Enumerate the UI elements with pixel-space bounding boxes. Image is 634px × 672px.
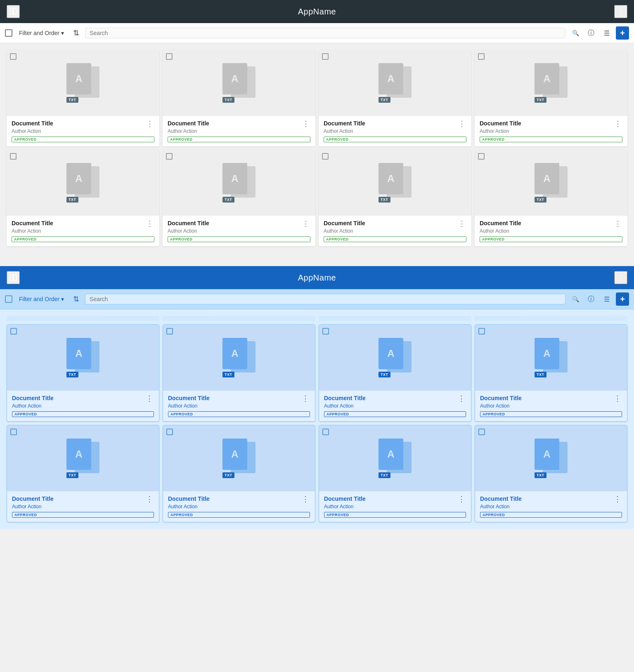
- document-card[interactable]: ATXTDocument Title⋮Author ActionAPPROVED: [319, 324, 471, 422]
- card-menu-button[interactable]: ⋮: [613, 220, 622, 227]
- card-checkbox[interactable]: [322, 429, 329, 435]
- status-badge: APPROVED: [12, 512, 154, 518]
- document-card[interactable]: ATXTDocument Title⋮Author ActionAPPROVED: [7, 425, 159, 522]
- document-card[interactable]: ATXTDocument Title⋮Author ActionAPPROVED: [319, 425, 471, 522]
- doc-page-front: A: [222, 63, 247, 94]
- select-all-checkbox-blue[interactable]: [5, 295, 12, 303]
- status-badge: APPROVED: [168, 411, 310, 417]
- card-checkbox[interactable]: [166, 153, 173, 160]
- card-checkbox[interactable]: [478, 153, 485, 160]
- card-checkbox[interactable]: [10, 328, 17, 335]
- add-button-blue[interactable]: [616, 292, 629, 306]
- card-menu-button[interactable]: ⋮: [145, 220, 154, 227]
- sidebar-toggle-icon[interactable]: [7, 5, 20, 18]
- card-checkbox[interactable]: [478, 328, 485, 335]
- card-title: Document Title: [480, 395, 522, 401]
- card-checkbox[interactable]: [478, 53, 485, 60]
- document-card[interactable]: ATXTDocument Title⋮Author ActionAPPROVED: [475, 425, 627, 522]
- card-footer: Document Title⋮Author ActionAPPROVED: [7, 491, 159, 522]
- card-title: Document Title: [168, 395, 210, 401]
- document-card[interactable]: ATXTDocument Title⋮Author ActionAPPROVED: [7, 324, 159, 422]
- document-card[interactable]: ATXTDocument Title⋮Author ActionAPPROVED: [163, 50, 315, 146]
- card-footer: Document Title⋮Author ActionAPPROVED: [319, 216, 471, 246]
- document-card[interactable]: ATXTDocument Title⋮Author ActionAPPROVED: [163, 324, 315, 422]
- card-checkbox[interactable]: [166, 53, 173, 60]
- card-menu-button[interactable]: ⋮: [145, 495, 154, 503]
- card-menu-button[interactable]: ⋮: [145, 120, 154, 127]
- doc-page-letter: A: [543, 173, 550, 184]
- add-button[interactable]: [616, 26, 629, 40]
- card-checkbox[interactable]: [166, 328, 173, 335]
- document-card[interactable]: ATXTDocument Title⋮Author ActionAPPROVED: [163, 150, 315, 246]
- search-icon-button[interactable]: [569, 26, 582, 40]
- card-author: Author Action: [324, 403, 466, 409]
- list-icon-blue: [604, 295, 610, 303]
- info-icon-button[interactable]: [584, 26, 598, 40]
- doc-page-front: A: [66, 163, 91, 194]
- card-checkbox[interactable]: [322, 153, 329, 160]
- card-menu-button[interactable]: ⋮: [301, 220, 310, 227]
- card-menu-button[interactable]: ⋮: [457, 120, 466, 127]
- sort-button[interactable]: [71, 27, 82, 39]
- document-icon-wrapper: ATXT: [222, 338, 255, 377]
- document-card[interactable]: ATXTDocument Title⋮Author ActionAPPROVED: [7, 50, 159, 146]
- card-menu-button[interactable]: ⋮: [301, 495, 310, 503]
- status-badge: APPROVED: [480, 236, 622, 242]
- card-menu-button[interactable]: ⋮: [145, 395, 154, 402]
- card-menu-button[interactable]: ⋮: [457, 395, 466, 402]
- doc-page-front: A: [66, 63, 91, 94]
- more-vert-button-blue[interactable]: [614, 271, 627, 284]
- card-thumbnail: ATXT: [163, 425, 315, 491]
- card-thumbnail: ATXT: [475, 50, 627, 116]
- filter-order-button[interactable]: Filter and Order: [16, 28, 67, 38]
- card-checkbox[interactable]: [478, 429, 485, 435]
- card-footer: Document Title⋮Author ActionAPPROVED: [475, 116, 627, 146]
- document-card[interactable]: ATXTDocument Title⋮Author ActionAPPROVED: [319, 50, 471, 146]
- list-view-button[interactable]: [600, 26, 613, 40]
- info-icon-button-blue[interactable]: [584, 292, 598, 306]
- card-footer-row: Document Title⋮: [480, 495, 622, 503]
- doc-page-front: A: [535, 63, 559, 94]
- document-card[interactable]: ATXTDocument Title⋮Author ActionAPPROVED: [475, 324, 627, 422]
- card-checkbox[interactable]: [10, 53, 17, 60]
- document-card[interactable]: ATXTDocument Title⋮Author ActionAPPROVED: [475, 50, 627, 146]
- card-menu-button[interactable]: ⋮: [301, 395, 310, 402]
- search-bar-blue[interactable]: [85, 294, 565, 304]
- search-input-blue[interactable]: [90, 296, 561, 302]
- card-menu-button[interactable]: ⋮: [301, 120, 310, 127]
- filter-order-button-blue[interactable]: Filter and Order: [16, 294, 67, 304]
- search-bar[interactable]: [85, 28, 565, 38]
- doc-page-letter: A: [231, 173, 238, 184]
- select-all-checkbox[interactable]: [5, 29, 12, 37]
- more-vert-button[interactable]: [614, 5, 627, 18]
- document-icon-wrapper: ATXT: [66, 338, 99, 377]
- card-menu-button[interactable]: ⋮: [457, 220, 466, 227]
- card-menu-button[interactable]: ⋮: [613, 495, 622, 503]
- card-menu-button[interactable]: ⋮: [457, 495, 466, 503]
- card-checkbox[interactable]: [10, 153, 17, 160]
- document-card[interactable]: ATXTDocument Title⋮Author ActionAPPROVED: [163, 425, 315, 522]
- card-thumbnail: ATXT: [319, 325, 471, 391]
- search-input[interactable]: [90, 30, 561, 36]
- card-checkbox[interactable]: [322, 328, 329, 335]
- document-card[interactable]: ATXTDocument Title⋮Author ActionAPPROVED: [319, 150, 471, 246]
- card-menu-button[interactable]: ⋮: [613, 120, 622, 127]
- status-badge: APPROVED: [480, 411, 622, 417]
- file-type-badge: TXT: [379, 197, 390, 203]
- card-checkbox[interactable]: [10, 429, 17, 435]
- document-card[interactable]: ATXTDocument Title⋮Author ActionAPPROVED: [475, 150, 627, 246]
- sort-button-blue[interactable]: [71, 293, 82, 305]
- card-thumbnail: ATXT: [319, 150, 471, 216]
- card-footer-row: Document Title⋮: [168, 220, 310, 227]
- app-bar-blue: AppName: [0, 266, 634, 289]
- card-footer: Document Title⋮Author ActionAPPROVED: [475, 491, 627, 522]
- sidebar-toggle-icon-blue[interactable]: [7, 271, 20, 284]
- document-card[interactable]: ATXTDocument Title⋮Author ActionAPPROVED: [7, 150, 159, 246]
- card-checkbox[interactable]: [322, 53, 329, 60]
- list-view-button-blue[interactable]: [600, 292, 613, 306]
- card-menu-button[interactable]: ⋮: [613, 395, 622, 402]
- search-icon-button-blue[interactable]: [569, 292, 582, 306]
- card-checkbox[interactable]: [166, 429, 173, 435]
- card-footer: Document Title⋮Author ActionAPPROVED: [7, 391, 159, 421]
- status-badge: APPROVED: [168, 137, 310, 142]
